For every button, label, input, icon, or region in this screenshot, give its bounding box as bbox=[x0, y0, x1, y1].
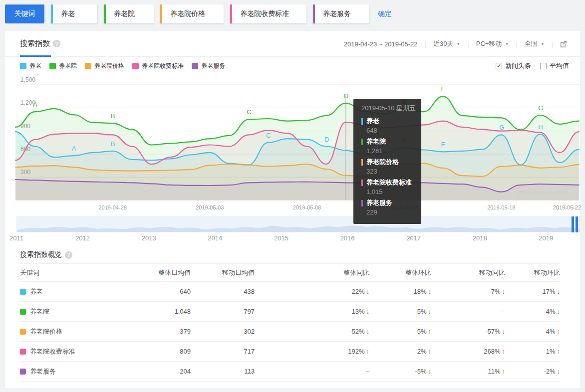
legend-item[interactable]: 养老院价格 bbox=[85, 62, 124, 70]
news-headline-checkbox[interactable]: ✓ 新闻头条 bbox=[496, 61, 531, 70]
table-column-header[interactable]: 整体日均值 bbox=[146, 268, 191, 277]
keyword-chip[interactable]: 养老院价格 bbox=[160, 4, 224, 23]
news-event-marker[interactable]: B bbox=[111, 140, 115, 148]
tooltip-color-bar bbox=[361, 139, 363, 145]
table-column-header[interactable]: 移动日均值 bbox=[191, 268, 255, 277]
news-event-marker[interactable]: D bbox=[324, 136, 329, 143]
legend-item[interactable]: 养老服务 bbox=[192, 62, 225, 70]
tooltip-series-value: 323 bbox=[366, 168, 421, 175]
keyword-chip-label: 养老院价格 bbox=[170, 9, 205, 18]
device-dropdown[interactable]: PC+移动 ▼ bbox=[476, 39, 509, 48]
keyword-cell-label: 养老 bbox=[30, 287, 43, 296]
keyword-button[interactable]: 关键词 bbox=[5, 4, 44, 23]
news-event-marker[interactable]: G bbox=[538, 104, 543, 112]
help-icon[interactable]: ? bbox=[65, 251, 72, 259]
change-cell: -4%↓ bbox=[505, 308, 560, 315]
slider-handle-right[interactable] bbox=[576, 216, 578, 232]
change-cell: -17%↓ bbox=[505, 288, 560, 295]
tooltip-series-value: 1,261 bbox=[366, 147, 421, 155]
keyword-chips: 养老养老院养老院价格养老院收费标准养老服务 bbox=[44, 4, 369, 23]
news-event-marker[interactable]: F bbox=[441, 85, 445, 93]
news-event-marker[interactable]: D bbox=[344, 92, 348, 100]
legend-item[interactable]: 养老院 bbox=[49, 62, 77, 70]
slider-handle-left[interactable] bbox=[572, 216, 574, 232]
timeline-year-label: 2013 bbox=[142, 234, 156, 242]
keyword-cell-label: 养老院收费标准 bbox=[30, 347, 75, 356]
average-checkbox[interactable]: 平均值 bbox=[540, 61, 569, 70]
table-column-header[interactable]: 移动同比 bbox=[431, 268, 505, 277]
avg-value-cell: 717 bbox=[191, 348, 255, 355]
timeline-year-label: 2011 bbox=[9, 234, 23, 242]
avg-value-cell: 797 bbox=[191, 308, 255, 315]
tooltip-series-value: 648 bbox=[366, 127, 421, 134]
timeline-year-label: 2015 bbox=[274, 234, 289, 242]
legend-label: 养老服务 bbox=[201, 62, 225, 70]
confirm-button[interactable]: 确定 bbox=[378, 9, 392, 18]
legend-swatch bbox=[85, 63, 91, 69]
change-cell: – bbox=[431, 308, 505, 315]
change-cell: -2%↓ bbox=[505, 368, 560, 375]
legend-item[interactable]: 养老 bbox=[20, 62, 41, 70]
trend-chart[interactable]: 3006009001,2001,500ABCDEFGHABCDEFG@index… bbox=[15, 80, 579, 203]
help-icon[interactable]: ? bbox=[53, 40, 60, 47]
table-row[interactable]: 养老院价格379302-52%↓5%↑-57%↓4%↑ bbox=[20, 321, 560, 341]
table-bottom-border bbox=[20, 381, 560, 382]
keyword-chip[interactable]: 养老院收费标准 bbox=[230, 4, 306, 23]
chevron-down-icon: ▼ bbox=[505, 42, 509, 46]
table-row[interactable]: 养老服务204113–-5%↓11%↑-2%↓ bbox=[20, 361, 560, 381]
tab-search-index[interactable]: 搜索指数 ? bbox=[20, 39, 60, 48]
keyword-chip[interactable]: 养老服务 bbox=[313, 4, 369, 23]
change-cell: -57%↓ bbox=[431, 328, 505, 335]
keyword-color-bar bbox=[160, 4, 162, 23]
watermark: @index.baidu.com bbox=[517, 189, 567, 196]
change-cell: 192%↑ bbox=[255, 348, 369, 355]
tooltip-items: 养老648养老院1,261养老院价格323养老院收费标准1,015养老服务229 bbox=[361, 117, 421, 216]
tooltip-item: 养老院价格323 bbox=[361, 158, 421, 175]
legend-label: 养老院收费标准 bbox=[142, 62, 184, 70]
news-event-marker[interactable]: H bbox=[538, 123, 543, 131]
divider: | bbox=[552, 40, 553, 48]
change-cell: -5%↓ bbox=[369, 308, 431, 315]
news-event-marker[interactable]: A bbox=[33, 101, 37, 108]
external-link-icon[interactable] bbox=[560, 40, 567, 47]
legend-swatch bbox=[132, 63, 139, 69]
legend-item[interactable]: 养老院收费标准 bbox=[132, 62, 184, 70]
table-row[interactable]: 养老院1,048797-13%↓-5%↓–-4%↓ bbox=[20, 301, 560, 321]
date-range[interactable]: 2019-04-23 ~ 2019-05-22 bbox=[344, 40, 418, 48]
timeline-year-label: 2014 bbox=[208, 234, 222, 242]
avg-value-cell: 379 bbox=[146, 328, 191, 335]
change-cell: -13%↓ bbox=[255, 308, 369, 315]
table-row[interactable]: 养老院收费标准809717192%↑2%↑268%↑1%↑ bbox=[20, 341, 560, 361]
divider: | bbox=[425, 40, 426, 48]
arrow-down-icon: ↓ bbox=[557, 308, 561, 315]
keyword-chip[interactable]: 养老 bbox=[51, 4, 97, 23]
divider: | bbox=[467, 40, 469, 48]
table-column-header[interactable]: 移动环比 bbox=[505, 268, 560, 277]
table-column-header[interactable]: 整体环比 bbox=[369, 268, 431, 277]
tooltip-series-value: 1,015 bbox=[366, 188, 421, 196]
table-column-header[interactable]: 整体同比 bbox=[255, 268, 369, 277]
keyword-chip[interactable]: 养老院 bbox=[104, 4, 154, 23]
news-event-marker[interactable]: A bbox=[72, 145, 76, 152]
chart-tooltip: 2019-05-10 星期五 养老648养老院1,261养老院价格323养老院收… bbox=[353, 99, 421, 224]
range-dropdown[interactable]: 近30天 ▼ bbox=[433, 39, 460, 48]
news-event-marker[interactable]: C bbox=[266, 132, 271, 139]
table-column-header[interactable]: 关键词 bbox=[20, 268, 146, 277]
tooltip-color-bar bbox=[361, 118, 363, 125]
tab-active-underline bbox=[20, 55, 51, 57]
x-axis-tick-label: 2019-04-28 bbox=[99, 204, 127, 210]
tooltip-item: 养老院收费标准1,015 bbox=[361, 178, 421, 196]
baidu-index-page: { "toolbar": { "keyword_label": "关键词", "… bbox=[0, 0, 585, 392]
region-dropdown[interactable]: 全国 ▼ bbox=[525, 39, 545, 48]
keyword-chip-label: 养老服务 bbox=[323, 9, 351, 18]
change-cell: 4%↑ bbox=[505, 328, 560, 335]
news-event-marker[interactable]: C bbox=[247, 108, 251, 116]
news-event-marker[interactable]: G bbox=[499, 124, 504, 131]
news-event-marker[interactable]: B bbox=[111, 112, 115, 120]
news-event-marker[interactable]: F bbox=[441, 141, 445, 148]
panel-header: 搜索指数 ? 2019-04-23 ~ 2019-05-22 | 近30天 ▼ … bbox=[5, 31, 580, 57]
table-row[interactable]: 养老640438-22%↓-18%↓-7%↓-17%↓ bbox=[20, 281, 560, 301]
tooltip-item: 养老服务229 bbox=[361, 198, 421, 216]
legend-checkboxes: ✓ 新闻头条 平均值 bbox=[496, 61, 569, 70]
timeline-slider[interactable] bbox=[16, 216, 580, 232]
